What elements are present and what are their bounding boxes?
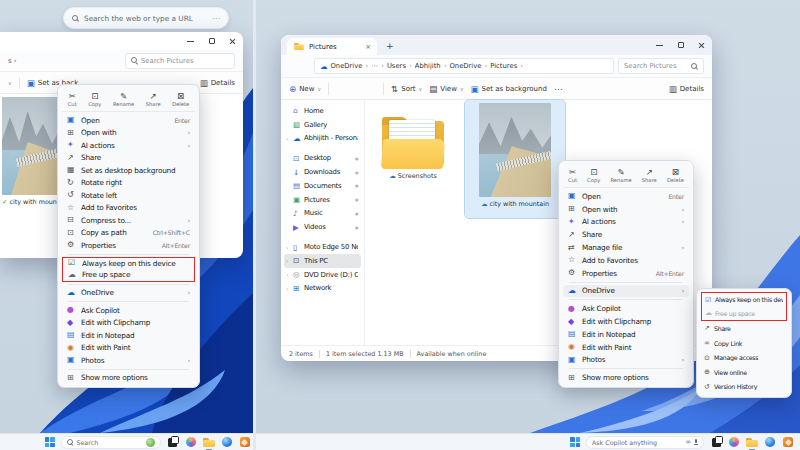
- more-icon[interactable]: ⋯: [554, 84, 563, 94]
- minimize-button[interactable]: [649, 35, 670, 55]
- menu-item[interactable]: ∞ Copy Link: [701, 336, 787, 351]
- breadcrumb-item[interactable]: Users ›: [387, 62, 415, 70]
- menu-item[interactable]: ▣ Open Enter: [563, 190, 689, 203]
- sidebar-item[interactable]: › ⊡ This PC: [284, 254, 361, 268]
- file-tile-image-selected[interactable]: ☁ city with mountain: [465, 100, 565, 218]
- menu-item[interactable]: ▣ Open Enter: [62, 114, 195, 127]
- details-toggle[interactable]: ▥ Details: [669, 84, 704, 94]
- menu-item[interactable]: ● Ask Copilot: [563, 302, 689, 315]
- sidebar-item[interactable]: ▶ Videos ∗: [284, 220, 361, 234]
- menu-item[interactable]: ● Ask Copilot: [62, 304, 195, 317]
- windows-start-icon[interactable]: [45, 437, 55, 447]
- breadcrumb-item[interactable]: Abhijith ›: [415, 62, 450, 70]
- menu-item[interactable]: ⚙ Properties Alt+Enter: [62, 239, 195, 252]
- sidebar-item[interactable]: ▤ Documents ∗: [284, 179, 361, 193]
- menu-item[interactable]: ⊞ Show more options: [563, 371, 689, 384]
- menu-item[interactable]: ↻ Rotate right: [62, 177, 195, 190]
- breadcrumb[interactable]: s ›: [8, 57, 17, 65]
- menu-item[interactable]: ⊙ Manage access: [701, 350, 787, 365]
- menu-item[interactable]: ⊞ Show more options: [62, 372, 195, 385]
- menu-action[interactable]: ✂ Cut: [568, 168, 577, 183]
- menu-item[interactable]: ◆ Edit with Clipchamp: [563, 315, 689, 328]
- menu-action[interactable]: ⊡ Copy: [587, 168, 600, 183]
- menu-item[interactable]: ☁ Free up space: [701, 307, 787, 322]
- menu-action[interactable]: ✎ Rename: [113, 92, 134, 107]
- windows-start-icon[interactable]: [570, 437, 580, 447]
- sidebar-item[interactable]: ▧ Gallery: [284, 118, 361, 132]
- close-button[interactable]: [222, 32, 243, 50]
- menu-item[interactable]: ↗ Share: [701, 321, 787, 336]
- view-button[interactable]: ▤ View ∨: [429, 84, 463, 94]
- photos-app-icon[interactable]: [782, 436, 794, 448]
- menu-item[interactable]: ✦ AI actions ›: [62, 139, 195, 152]
- sidebar-item[interactable]: ⊡ Desktop ∗: [284, 151, 361, 165]
- menu-item[interactable]: ⊟ Compress to... ›: [62, 214, 195, 227]
- file-tile-image[interactable]: ✓ city with mountains: [2, 97, 59, 206]
- copilot-icon[interactable]: [728, 436, 740, 448]
- sidebar-item[interactable]: › ▯ Moto Edge 50 Neo: [284, 240, 361, 254]
- sidebar-item[interactable]: › ☁ Abhijith - Personal: [284, 132, 361, 146]
- sidebar-item[interactable]: › ⊞ Network: [284, 282, 361, 296]
- search-input[interactable]: Search Pictures: [125, 53, 235, 69]
- task-view-icon[interactable]: [167, 436, 179, 448]
- menu-item[interactable]: ☆ Add to Favorites: [563, 254, 689, 267]
- maximize-button[interactable]: [201, 32, 222, 50]
- menu-item[interactable]: ▦ Set as desktop background: [62, 164, 195, 177]
- edge-icon[interactable]: [221, 436, 233, 448]
- tab-close-icon[interactable]: ×: [365, 43, 371, 51]
- menu-item[interactable]: ◆ Edit with Clipchamp: [62, 317, 195, 330]
- more-icon[interactable]: ⋯: [212, 14, 220, 23]
- search-input[interactable]: Search Pictures: [618, 58, 704, 74]
- menu-item[interactable]: ⊞ Open with ›: [563, 203, 689, 216]
- menu-action[interactable]: ✎ Rename: [610, 168, 631, 183]
- menu-item[interactable]: ✦ AI actions ›: [563, 216, 689, 229]
- tab-pictures[interactable]: Pictures ×: [287, 38, 377, 55]
- close-button[interactable]: [691, 35, 712, 55]
- menu-item[interactable]: ⊞ Open with ›: [62, 127, 195, 140]
- set-as-background-button[interactable]: ▣ Set as background: [471, 84, 547, 94]
- breadcrumb-bar[interactable]: ☁ OneDrive › ⋯ › Users › Abhijith: [314, 58, 614, 74]
- menu-action[interactable]: ✂ Cut: [68, 92, 77, 107]
- copilot-icon[interactable]: [185, 436, 197, 448]
- taskbar-search[interactable]: Search: [61, 436, 161, 449]
- taskbar-copilot-search[interactable]: Ask Copilot anything ∞: [586, 436, 704, 449]
- menu-item[interactable]: ▤ Edit in Notepad: [62, 329, 195, 342]
- task-view-icon[interactable]: [710, 436, 722, 448]
- menu-item[interactable]: ☆ Add to Favorites: [62, 202, 195, 215]
- maximize-button[interactable]: [670, 35, 691, 55]
- menu-action[interactable]: ↗ Share: [642, 168, 657, 183]
- menu-item[interactable]: ◉ Edit with Paint: [62, 342, 195, 355]
- menu-action[interactable]: ↗ Share: [146, 92, 161, 107]
- file-explorer-icon[interactable]: [746, 436, 758, 448]
- desktop-search-bar[interactable]: Search the web or type a URL ⋯: [63, 7, 229, 29]
- menu-item[interactable]: ↺ Version History: [701, 380, 787, 395]
- photos-app-icon[interactable]: [239, 436, 251, 448]
- menu-item[interactable]: ⊡ Copy as path Ctrl+Shift+C: [62, 227, 195, 240]
- breadcrumb-item[interactable]: Pictures ›: [490, 62, 526, 70]
- menu-action[interactable]: ⊠ Delete: [667, 168, 684, 183]
- menu-item[interactable]: ☁ OneDrive ›: [62, 287, 195, 300]
- menu-item[interactable]: ▣ Photos ›: [62, 354, 195, 367]
- menu-item[interactable]: ⊕ View online: [701, 365, 787, 380]
- menu-item[interactable]: ☁ OneDrive ›: [563, 285, 689, 298]
- menu-item[interactable]: ⚙ Properties Alt+Enter: [563, 267, 689, 280]
- minimize-button[interactable]: [180, 32, 201, 50]
- edge-icon[interactable]: [764, 436, 776, 448]
- menu-item[interactable]: ⇄ Manage file ›: [563, 241, 689, 254]
- breadcrumb-item[interactable]: OneDrive ›: [331, 62, 372, 70]
- menu-item[interactable]: ↗ Share: [563, 228, 689, 241]
- menu-item[interactable]: ◉ Edit with Paint: [563, 341, 689, 354]
- file-tile-folder[interactable]: ☁ Screenshots: [369, 102, 457, 214]
- sort-button[interactable]: ⇅ Sort ∨: [391, 84, 422, 94]
- menu-item[interactable]: ▣ Photos ›: [563, 354, 689, 367]
- new-tab-button[interactable]: +: [386, 38, 394, 55]
- menu-action[interactable]: ⊡ Copy: [88, 92, 101, 107]
- file-explorer-icon[interactable]: [203, 436, 215, 448]
- breadcrumb-item[interactable]: ⋯ ›: [371, 62, 387, 70]
- breadcrumb-item[interactable]: OneDrive ›: [449, 62, 490, 70]
- menu-item[interactable]: ☁ Free up space: [62, 269, 195, 282]
- menu-item[interactable]: ↺ Rotate left: [62, 189, 195, 202]
- details-toggle[interactable]: ▥ Details: [200, 78, 235, 88]
- new-button[interactable]: ⊕ New ∨: [289, 84, 321, 94]
- menu-item[interactable]: ☑ Always keep on this device: [701, 292, 787, 307]
